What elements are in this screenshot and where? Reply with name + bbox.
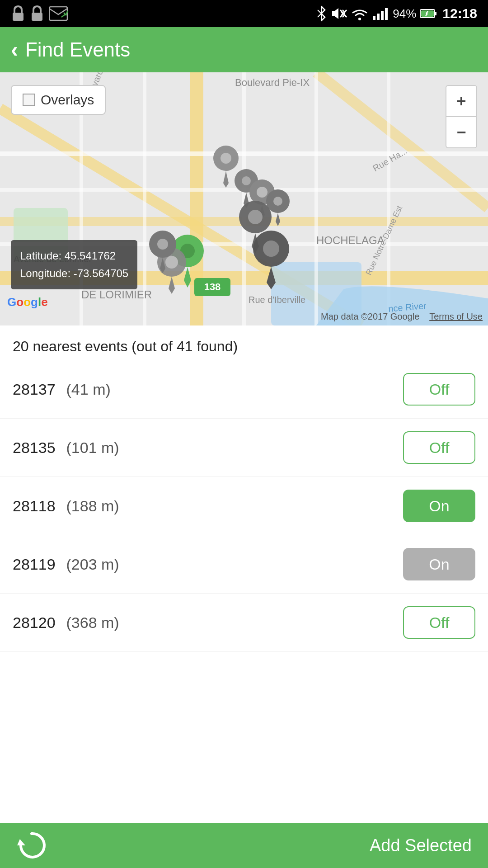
latitude-label: Latitude: 45.541762 [20, 247, 128, 264]
event-row: 28137(41 m)Off [0, 360, 488, 419]
svg-point-64 [157, 239, 168, 250]
event-id: 28118 [13, 497, 56, 515]
svg-marker-65 [17, 839, 25, 845]
status-icons-right: 94% 12:18 [316, 5, 477, 22]
add-selected-button[interactable]: Add Selected [370, 836, 472, 855]
status-icons-left [11, 5, 68, 23]
svg-text:138: 138 [204, 281, 221, 292]
battery-percent: 94% [393, 7, 416, 21]
event-info: 28119(203 m) [13, 556, 119, 573]
refresh-icon [16, 830, 47, 861]
overlays-button[interactable]: Overlays [11, 85, 106, 115]
event-toggle-button[interactable]: On [403, 490, 475, 522]
svg-text:Rue d'Iberville: Rue d'Iberville [249, 295, 305, 305]
event-id: 28137 [13, 381, 56, 398]
svg-rect-13 [435, 12, 436, 15]
battery-icon [420, 9, 437, 19]
event-row: 28135(101 m)Off [0, 419, 488, 477]
svg-point-52 [257, 187, 267, 198]
event-row: 28119(203 m)On [0, 535, 488, 594]
event-toggle-button[interactable]: Off [403, 431, 475, 464]
svg-rect-0 [13, 13, 23, 21]
svg-point-48 [221, 153, 231, 164]
svg-point-62 [165, 256, 178, 269]
event-distance: (101 m) [66, 439, 119, 457]
event-distance: (368 m) [66, 614, 119, 632]
event-distance: (188 m) [66, 497, 119, 515]
email-icon [49, 6, 68, 21]
event-row: 28120(368 m)Off [0, 594, 488, 652]
event-id: 28135 [13, 439, 56, 457]
overlay-checkbox[interactable] [23, 94, 35, 106]
event-distance: (41 m) [66, 381, 111, 398]
event-toggle-button[interactable]: Off [403, 606, 475, 639]
back-button[interactable]: ‹ [11, 39, 18, 61]
event-distance: (203 m) [66, 556, 119, 573]
event-id: 28119 [13, 556, 56, 573]
event-info: 28120(368 m) [13, 614, 119, 632]
svg-text:DE LORIMIER: DE LORIMIER [81, 288, 152, 301]
coordinate-tooltip: Latitude: 45.541762 Longitude: -73.56470… [11, 240, 137, 289]
overlays-label: Overlays [41, 92, 94, 108]
event-toggle-button[interactable]: Off [403, 373, 475, 406]
event-info: 28135(101 m) [13, 439, 119, 457]
wifi-icon [351, 6, 368, 21]
event-toggle-button[interactable]: On [403, 548, 475, 580]
bottom-bar: Add Selected [0, 823, 488, 868]
svg-rect-1 [32, 13, 42, 21]
longitude-label: Longitude: -73.564705 [20, 265, 128, 282]
event-info: 28118(188 m) [13, 497, 119, 515]
bluetooth-icon [316, 5, 327, 22]
status-bar: 94% 12:18 [0, 0, 488, 27]
svg-line-3 [61, 14, 65, 17]
svg-point-54 [273, 197, 282, 206]
svg-rect-10 [381, 11, 384, 20]
results-summary: 20 nearest events (out of 41 found) [0, 326, 488, 360]
svg-rect-8 [373, 16, 375, 20]
svg-rect-9 [377, 14, 380, 20]
zoom-controls[interactable]: + − [446, 85, 477, 148]
event-id: 28120 [13, 614, 56, 632]
svg-point-58 [263, 241, 279, 257]
lock-icon-1 [11, 5, 25, 23]
svg-point-50 [242, 176, 251, 185]
event-row: 28118(188 m)On [0, 477, 488, 535]
refresh-button[interactable] [16, 830, 47, 861]
mute-icon [330, 6, 347, 21]
event-info: 28137(41 m) [13, 381, 111, 398]
svg-text:HOCHELAGA: HOCHELAGA [316, 234, 385, 246]
terms-of-use[interactable]: Terms of Use [429, 311, 483, 321]
google-logo: Google [7, 295, 48, 309]
signal-icon [372, 6, 389, 21]
zoom-in-button[interactable]: + [446, 85, 477, 117]
map-container[interactable]: 138 DE LORIMIER HOCHELAGA Avenue de Lori… [0, 72, 488, 326]
map-data-label: Map data ©2017 Google [321, 311, 419, 321]
status-time: 12:18 [442, 6, 477, 21]
zoom-out-button[interactable]: − [446, 117, 477, 148]
page-title: Find Events [25, 38, 130, 61]
app-header: ‹ Find Events [0, 27, 488, 72]
map-attribution: Map data ©2017 Google Terms of Use [321, 311, 483, 322]
svg-text:Boulevard Pie-IX: Boulevard Pie-IX [235, 77, 310, 88]
svg-rect-11 [385, 8, 388, 20]
svg-point-56 [248, 210, 263, 224]
svg-marker-4 [332, 8, 338, 19]
event-list: 28137(41 m)Off28135(101 m)Off28118(188 m… [0, 360, 488, 652]
lock-icon-2 [30, 5, 44, 23]
svg-point-7 [358, 18, 361, 20]
